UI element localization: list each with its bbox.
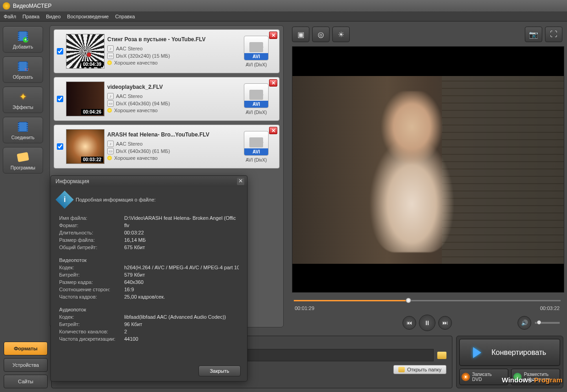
dialog-heading: Подробная информация о файле: xyxy=(76,197,156,202)
app-icon xyxy=(3,2,10,10)
snapshot-button[interactable]: 📷 xyxy=(525,27,542,42)
join-button[interactable]: Соединить xyxy=(3,117,43,143)
video-stream-heading: Видеопоток xyxy=(59,256,239,264)
camcorder-icon xyxy=(249,42,263,52)
crop-button[interactable]: ▣ xyxy=(292,27,309,42)
file-name: Стинг Роза в пустыне - YouTube.FLV xyxy=(107,36,233,43)
audio-icon: ♪ xyxy=(107,93,114,99)
programs-button[interactable]: Программы xyxy=(3,147,43,174)
volume-knob[interactable] xyxy=(537,320,541,325)
time-total: 00:03:22 xyxy=(540,305,560,311)
globe-icon xyxy=(513,373,522,381)
sun-icon: ☀ xyxy=(338,30,344,39)
seek-knob[interactable] xyxy=(406,298,411,303)
disc-icon xyxy=(462,373,470,381)
file-row[interactable]: 00:04:39 Стинг Роза в пустыне - YouTube.… xyxy=(54,29,280,73)
video-icon: ▭ xyxy=(107,100,114,107)
remove-file-button[interactable]: ✕ xyxy=(269,127,277,134)
file-checkbox[interactable] xyxy=(57,96,63,102)
dialog-title: Информация xyxy=(55,178,89,185)
gear-icon: ◎ xyxy=(318,30,324,39)
quality-icon xyxy=(107,60,112,65)
speaker-icon: 🔊 xyxy=(521,320,528,326)
file-checkbox[interactable] xyxy=(57,143,63,150)
prev-button[interactable]: ⏮ xyxy=(402,316,416,330)
add-button[interactable]: +Добавить xyxy=(3,26,43,53)
thumbnail[interactable]: 00:04:39 xyxy=(66,34,105,69)
video-icon: ▭ xyxy=(107,53,114,59)
menubar: Файл Правка Видео Воспроизведение Справк… xyxy=(0,11,567,22)
tab-formats[interactable]: Форматы xyxy=(4,342,48,355)
brightness-button[interactable]: ☀ xyxy=(332,27,350,42)
time-current: 00:01:29 xyxy=(295,305,314,311)
convert-button[interactable]: Конвертировать xyxy=(459,339,560,366)
thumbnail[interactable]: 00:04:26 xyxy=(66,82,105,116)
plus-icon: + xyxy=(23,37,28,43)
video-icon: ▭ xyxy=(107,148,114,154)
dialog-close-btn[interactable]: Закрыть xyxy=(198,365,241,376)
next-button[interactable]: ⏭ xyxy=(438,316,452,330)
file-name: ARASH feat Helena- Bro...YouTube.FLV xyxy=(107,131,233,138)
quality-icon xyxy=(107,156,112,160)
titlebar: ВидеоМАСТЕР xyxy=(0,0,567,11)
folder-icon xyxy=(398,367,405,372)
video-preview[interactable] xyxy=(292,46,564,293)
fullscreen-icon: ⛶ xyxy=(550,30,557,38)
volume-slider[interactable] xyxy=(535,322,560,324)
burn-dvd-button[interactable]: ЗаписатьDVD xyxy=(459,369,508,385)
open-folder-button[interactable]: Открыть папку xyxy=(393,365,446,374)
wand-icon: ✦ xyxy=(19,91,27,102)
format-button[interactable]: AVI xyxy=(244,36,269,60)
tab-devices[interactable]: Устройства xyxy=(4,358,48,372)
pause-button[interactable]: ⏸ xyxy=(419,315,435,331)
app-title: ВидеоМАСТЕР xyxy=(13,3,51,9)
audio-icon: ♪ xyxy=(107,45,114,52)
file-name: videoplayback_2.FLV xyxy=(107,84,233,90)
camcorder-icon xyxy=(249,90,263,100)
file-row[interactable]: 00:04:26 videoplayback_2.FLV ♪AAC Stereo… xyxy=(54,77,280,121)
prev-icon: ⏮ xyxy=(407,320,412,326)
quality-icon xyxy=(107,108,112,113)
cut-button[interactable]: ✂Обрезать xyxy=(3,56,43,83)
format-button[interactable]: AVI xyxy=(244,83,269,108)
scissors-icon: ✂ xyxy=(25,66,29,73)
thumbnail[interactable]: 00:03:22 xyxy=(66,129,105,164)
menu-video[interactable]: Видео xyxy=(46,14,61,19)
arrow-icon xyxy=(473,347,487,358)
menu-help[interactable]: Справка xyxy=(115,14,135,19)
remove-file-button[interactable]: ✕ xyxy=(269,79,277,87)
audio-icon: ♪ xyxy=(107,141,114,147)
camera-icon: 📷 xyxy=(529,30,538,39)
remove-file-button[interactable]: ✕ xyxy=(269,32,277,39)
file-row[interactable]: 00:03:22 ARASH feat Helena- Bro...YouTub… xyxy=(54,125,280,169)
crop-icon: ▣ xyxy=(297,30,304,39)
effects-button[interactable]: ✦Эффекты xyxy=(3,87,43,113)
menu-file[interactable]: Файл xyxy=(4,14,16,19)
next-icon: ⏭ xyxy=(442,320,448,326)
dialog-close-button[interactable]: ✕ xyxy=(237,178,244,185)
seek-bar[interactable] xyxy=(294,297,561,304)
menu-playback[interactable]: Воспроизведение xyxy=(67,14,109,19)
file-checkbox[interactable] xyxy=(57,48,63,54)
left-toolbar: +Добавить ✂Обрезать ✦Эффекты Соединить П… xyxy=(0,22,46,392)
camcorder-icon xyxy=(249,137,263,147)
mute-button[interactable]: 🔊 xyxy=(517,316,531,330)
tab-sites[interactable]: Сайты xyxy=(4,375,48,388)
share-button[interactable]: Разместитьв Интернете xyxy=(511,369,560,385)
browse-folder-button[interactable] xyxy=(437,352,446,359)
audio-stream-heading: Аудиопоток xyxy=(59,306,239,313)
info-icon: i xyxy=(55,191,74,209)
format-button[interactable]: AVI xyxy=(244,131,269,156)
enhance-button[interactable]: ◎ xyxy=(312,27,330,42)
pause-icon: ⏸ xyxy=(424,319,430,327)
info-dialog: Информация ✕ i Подробная информация о фа… xyxy=(50,175,248,381)
fullscreen-button[interactable]: ⛶ xyxy=(545,27,562,42)
clip-icon xyxy=(17,152,29,162)
menu-edit[interactable]: Правка xyxy=(22,14,39,19)
